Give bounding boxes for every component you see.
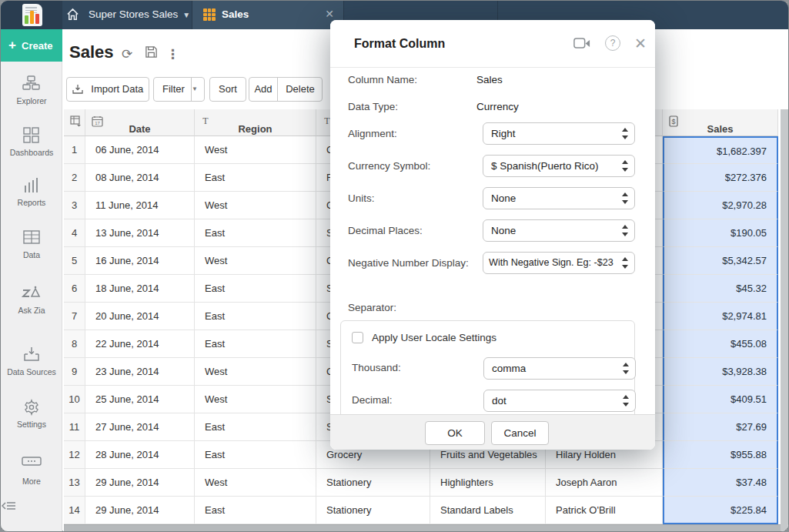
row-number[interactable]: 5 [64,247,85,275]
row-number[interactable]: 3 [64,192,85,219]
tab-close-icon[interactable]: ✕ [325,8,334,20]
sort-button[interactable]: Sort [209,77,246,102]
table-cell-sales[interactable]: $1,682.397 [663,136,778,164]
table-cell-date[interactable]: 23 June, 2014 [85,358,195,386]
table-cell-region[interactable]: East [195,497,316,524]
import-data-button[interactable]: Import Data [66,77,149,102]
currency-symbol-select[interactable]: $ Spanish(Puerto Rico) [483,155,635,177]
column-header-region[interactable]: TRegion [195,109,316,136]
table-cell-region[interactable]: East [195,330,316,358]
table-cell-product[interactable]: Standard Labels [430,497,546,524]
row-number[interactable]: 1 [64,136,85,164]
alignment-select[interactable]: Right [483,122,635,145]
tab-sales[interactable]: Sales ✕ [192,1,344,29]
row-number[interactable]: 9 [64,358,85,386]
decimal-places-select[interactable]: None [483,219,635,242]
table-cell-sales[interactable]: $3,928.38 [663,358,778,386]
row-number[interactable]: 8 [64,330,85,358]
table-cell-date[interactable]: 11 June, 2014 [85,192,195,219]
table-cell-date[interactable]: 25 June, 2014 [85,386,195,413]
decimal-select[interactable]: dot [483,390,636,412]
thousand-select[interactable]: comma [483,357,636,380]
refresh-icon[interactable]: ⟳ [122,46,132,62]
table-cell-sales[interactable]: $190.05 [663,219,778,247]
row-number[interactable]: 4 [64,219,85,247]
ok-button[interactable]: OK [425,421,485,445]
negative-number-display-select[interactable]: With Negative Sign. Eg: -$23 [483,252,635,274]
table-cell-sales[interactable]: $455.08 [663,330,778,358]
create-button[interactable]: + Create [1,29,62,62]
kebab-menu-icon[interactable]: ⋮ [166,46,179,62]
row-number[interactable]: 11 [64,413,85,441]
column-header-sales[interactable]: $Sales [663,109,778,136]
row-number[interactable]: 12 [64,441,85,469]
app-logo[interactable] [1,1,62,29]
table-cell-customer[interactable]: Joseph Aaron [546,469,663,497]
table-cell-date[interactable]: 29 June, 2014 [85,469,195,497]
table-cell-sales[interactable]: $409.51 [663,386,778,413]
sidebar-item-more[interactable]: More [1,455,62,486]
row-number[interactable]: 7 [64,303,85,330]
locale-settings-checkbox[interactable] [352,332,363,343]
delete-button[interactable]: Delete [278,78,323,101]
table-cell-region[interactable]: East [195,303,316,330]
table-cell-sales[interactable]: $37.48 [663,469,778,497]
cancel-button[interactable]: Cancel [491,421,549,445]
table-cell-sales[interactable]: $5,342.57 [663,247,778,275]
table-cell-date[interactable]: 28 June, 2014 [85,441,195,469]
table-cell-region[interactable]: East [195,413,316,441]
table-cell-region[interactable]: West [195,358,316,386]
sidebar-item-settings[interactable]: Settings [1,398,62,429]
sidebar-item-data[interactable]: Data [1,229,62,259]
table-cell-sales[interactable]: $2,970.28 [663,192,778,219]
table-cell-customer[interactable]: Patrick O'Brill [546,497,663,524]
table-cell-date[interactable]: 06 June, 2014 [85,136,195,164]
collapse-sidebar-icon[interactable] [1,500,62,512]
row-number[interactable]: 2 [64,164,85,192]
column-header-date[interactable]: 17Date [85,109,195,136]
row-number[interactable]: 10 [64,386,85,413]
column-header-num[interactable] [64,109,85,136]
table-cell-sales[interactable]: $272.376 [663,164,778,192]
sidebar-item-ask-zia[interactable]: Ask Zia [1,284,62,315]
table-cell-sales[interactable]: $225.84 [663,497,778,524]
save-icon[interactable] [145,45,158,59]
table-cell-region[interactable]: West [195,247,316,275]
row-number[interactable]: 13 [64,469,85,497]
table-cell-date[interactable]: 22 June, 2014 [85,330,195,358]
help-icon[interactable]: ? [605,35,620,51]
table-cell-region[interactable]: West [195,386,316,413]
table-cell-date[interactable]: 18 June, 2014 [85,275,195,303]
filter-dropdown-icon[interactable]: ▼ [191,78,204,101]
table-cell-date[interactable]: 20 June, 2014 [85,303,195,330]
units-select[interactable]: None [483,187,635,209]
table-cell-region[interactable]: East [195,164,316,192]
table-cell-sales[interactable]: $955.88 [663,441,778,469]
table-cell-date[interactable]: 08 June, 2014 [85,164,195,192]
row-number[interactable]: 14 [64,497,85,524]
sidebar-item-data-sources[interactable]: Data Sources [1,346,62,376]
table-cell-sales[interactable]: $2,974.81 [663,303,778,330]
close-icon[interactable]: ✕ [634,35,647,52]
horizontal-scrollbar[interactable] [64,524,781,532]
table-cell-region[interactable]: East [195,219,316,247]
sidebar-item-dashboards[interactable]: Dashboards [1,126,62,157]
table-cell-date[interactable]: 16 June, 2014 [85,247,195,275]
table-cell-region[interactable]: East [195,441,316,469]
table-cell-region[interactable]: West [195,469,316,497]
sidebar-item-reports[interactable]: Reports [1,176,62,207]
table-cell-date[interactable]: 13 June, 2014 [85,219,195,247]
add-button[interactable]: Add [249,78,277,101]
filter-button[interactable]: Filter ▼ [153,77,205,102]
video-help-icon[interactable] [573,38,590,49]
table-cell-sales[interactable]: $27.69 [663,413,778,441]
sidebar-item-explorer[interactable]: Explorer [1,75,62,105]
table-cell-category[interactable]: Stationery [316,469,430,497]
table-cell-region[interactable]: East [195,275,316,303]
table-cell-date[interactable]: 29 June, 2014 [85,497,195,524]
table-cell-sales[interactable]: $45.32 [663,275,778,303]
row-number[interactable]: 6 [64,275,85,303]
home-icon[interactable] [65,7,80,22]
table-cell-product[interactable]: Highlighters [430,469,546,497]
table-cell-region[interactable]: West [195,136,316,164]
